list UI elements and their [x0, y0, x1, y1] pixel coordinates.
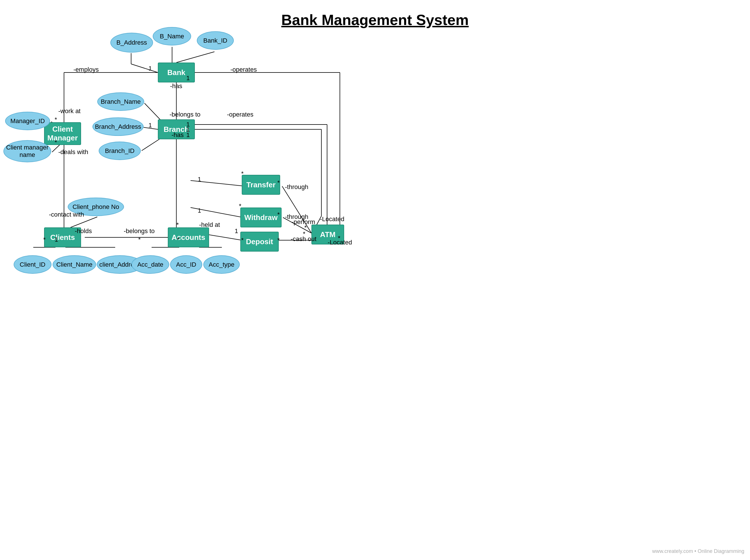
entity-deposit: Deposit — [240, 232, 279, 252]
card-1-transfer: 1 — [198, 176, 201, 183]
rel-holds: -holds — [75, 227, 92, 235]
rel-held-at: -held at — [199, 221, 220, 228]
rel-belongs-to: -belongs to — [170, 111, 200, 118]
rel-deals-with: -deals with — [58, 148, 88, 156]
attr-branch-name: Branch_Name — [97, 93, 144, 111]
svg-line-3 — [176, 52, 214, 62]
card-star-cm: * — [55, 116, 57, 123]
rel-operates-branch: -operates — [227, 111, 253, 118]
attr-branch-address: Branch_Address — [93, 117, 144, 136]
card-star-clients: * — [43, 236, 46, 243]
page-title: Bank Management System — [0, 0, 750, 28]
rel-located2: -Located — [328, 239, 352, 246]
rel-through-transfer: -through — [285, 183, 308, 191]
card-star-transfer: * — [241, 170, 244, 177]
card-1-branch-op3: 1 — [186, 131, 190, 139]
rel-has-branch: -has — [170, 82, 182, 90]
card-1-deposit: 1 — [235, 227, 238, 235]
watermark: www.creately.com • Online Diagramming — [652, 548, 744, 554]
card-star-transfer2: * — [277, 179, 280, 186]
entity-transfer: Transfer — [242, 175, 280, 195]
rel-belongs-to-acc: -belongs to — [124, 227, 155, 235]
card-star-deposit: * — [241, 237, 244, 244]
card-star-deposit2: * — [277, 237, 280, 244]
attr-client-id: Client_ID — [14, 255, 52, 274]
attr-b-name: B_Name — [153, 27, 191, 45]
attr-branch-id: Branch_ID — [99, 142, 141, 160]
rel-located1: -Located — [320, 216, 344, 223]
rel-operates-atm: -operates — [230, 66, 257, 73]
card-1-clients: 1 — [55, 236, 58, 243]
card-star-acc2: * — [177, 236, 179, 243]
svg-line-33 — [282, 186, 312, 233]
attr-acc-date: Acc_date — [132, 255, 169, 274]
card-star-belongs: * — [138, 236, 141, 243]
rel-has-accounts: -has — [172, 131, 184, 139]
rel-contact-with: -contact with — [49, 211, 84, 218]
card-star-cm2: * — [55, 139, 57, 146]
attr-acc-id: Acc_ID — [170, 255, 202, 274]
card-1-branch-left: 1 — [149, 122, 152, 129]
card-star-acc: * — [176, 221, 179, 228]
rel-work-at: -work at — [58, 107, 80, 115]
attr-acc-type: Acc_type — [203, 255, 240, 274]
card-star-withdraw: * — [239, 202, 241, 210]
attr-manager-id: Manager_ID — [5, 112, 50, 130]
card-1-withdraw: 1 — [198, 207, 201, 214]
rel-employs: -employs — [73, 66, 99, 73]
card-star-cashout: * — [303, 230, 305, 238]
attr-b-address: B_Address — [110, 33, 153, 53]
entity-withdraw: Withdraw — [240, 207, 281, 227]
entity-clientmanager: Client Manager — [44, 122, 81, 145]
card-1-bank-left: 1 — [149, 65, 152, 72]
attr-client-manager-name: Client manager name — [3, 140, 51, 162]
card-1-bank-right: 1 — [186, 75, 190, 82]
rel-perform: -perform — [292, 218, 315, 226]
card-star-withdraw2: * — [277, 211, 280, 218]
svg-line-1 — [131, 64, 158, 73]
attr-client-name: Client_Name — [53, 255, 96, 274]
entity-accounts: Accounts — [168, 227, 209, 247]
attr-bank-id: Bank_ID — [197, 31, 234, 50]
svg-line-22 — [71, 217, 97, 227]
